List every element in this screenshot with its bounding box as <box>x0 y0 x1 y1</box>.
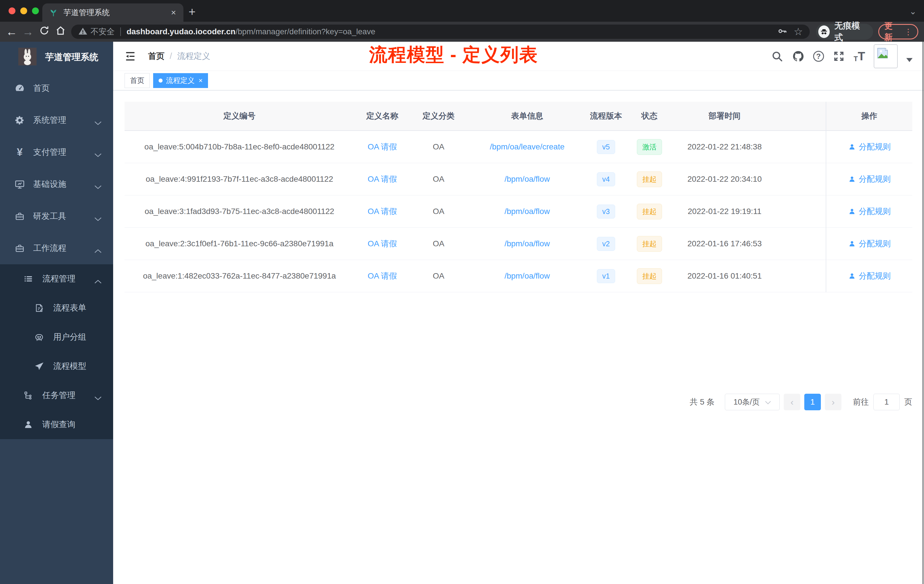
github-icon[interactable] <box>792 50 805 63</box>
toolbox-icon <box>14 243 25 254</box>
goto-page-input[interactable] <box>873 394 900 410</box>
sidebar-item-leave-query[interactable]: 请假查询 <box>0 410 113 439</box>
bookmark-star-icon[interactable]: ☆ <box>794 26 803 38</box>
form-link[interactable]: /bpm/oa/flow <box>505 239 550 248</box>
sidebar-collapse-icon[interactable] <box>124 50 137 63</box>
sidebar-item-process-form[interactable]: 流程表单 <box>0 294 113 323</box>
sidebar: 芋道管理系统 首页 系统管理 ¥ 支付管理 <box>0 42 113 584</box>
definition-table: 定义编号 定义名称 定义分类 表单信息 流程版本 状态 部署时间 操作 oa_l… <box>125 102 912 292</box>
sidebar-item-task-manage[interactable]: 任务管理 <box>0 381 113 410</box>
next-page-button[interactable]: › <box>825 394 842 410</box>
sidebar-item-payment[interactable]: ¥ 支付管理 <box>0 136 113 168</box>
active-dot-icon <box>158 79 163 82</box>
security-label[interactable]: 不安全 <box>91 26 115 37</box>
user-icon <box>23 419 34 430</box>
incognito-label: 无痕模式 <box>834 20 866 43</box>
version-badge: v4 <box>597 172 615 186</box>
update-label[interactable]: 更新 <box>884 20 899 43</box>
sidebar-item-label: 系统管理 <box>33 115 66 126</box>
search-icon[interactable] <box>771 50 784 63</box>
sidebar-item-process-model[interactable]: 流程模型 <box>0 352 113 381</box>
definition-name-link[interactable]: OA 请假 <box>368 142 397 152</box>
workflow-submenu: 流程管理 流程表单 用户分组 <box>0 264 113 439</box>
assign-rule-link[interactable]: 分配规则 <box>848 271 891 281</box>
cell-category: OA <box>410 131 467 163</box>
cell-category: OA <box>410 163 467 195</box>
sidebar-item-label: 流程管理 <box>42 273 76 285</box>
help-icon[interactable]: ? <box>813 51 824 62</box>
tab-search-chevron-icon[interactable]: ⌄ <box>909 6 917 16</box>
goto-label: 前往 <box>853 397 869 407</box>
form-edit-icon <box>34 303 45 313</box>
tab-close-icon[interactable]: × <box>169 8 178 17</box>
status-badge: 挂起 <box>637 204 662 219</box>
tab-strip: 芋道管理系统 × + ⌄ <box>0 0 924 22</box>
version-badge: v3 <box>597 205 615 219</box>
sidebar-item-infrastructure[interactable]: 基础设施 <box>0 168 113 200</box>
home-button[interactable] <box>53 25 69 39</box>
minimize-window-button[interactable] <box>20 7 27 14</box>
page-1-button[interactable]: 1 <box>804 394 821 410</box>
sidebar-item-user-group[interactable]: 用户分组 <box>0 323 113 352</box>
assign-rule-link[interactable]: 分配规则 <box>848 174 891 185</box>
sidebar-item-label: 流程模型 <box>53 361 86 372</box>
tag-close-icon[interactable]: × <box>198 77 203 84</box>
column-header: 定义名称 <box>354 102 410 131</box>
assign-rule-link[interactable]: 分配规则 <box>848 238 891 249</box>
browser-menu-dots-icon[interactable]: ⋮ <box>904 27 912 36</box>
forward-button[interactable]: → <box>20 25 36 38</box>
font-size-icon[interactable]: TT <box>854 50 865 62</box>
assign-rule-link[interactable]: 分配规则 <box>848 206 891 217</box>
new-tab-button[interactable]: + <box>188 5 196 19</box>
user-icon <box>848 143 856 151</box>
fullscreen-icon[interactable] <box>833 50 845 63</box>
sidebar-item-process-manage[interactable]: 流程管理 <box>0 264 113 294</box>
column-header: 流程版本 <box>587 102 625 131</box>
address-bar[interactable]: 不安全 dashboard.yudao.iocoder.cn/bpm/manag… <box>71 25 810 39</box>
cell-filler <box>775 163 826 195</box>
sidebar-item-label: 用户分组 <box>53 332 86 343</box>
broken-image-icon <box>876 46 889 60</box>
avatar-dropdown-caret-icon[interactable] <box>906 58 912 62</box>
definition-name-link[interactable]: OA 请假 <box>368 174 397 185</box>
definition-name-link[interactable]: OA 请假 <box>368 206 397 217</box>
browser-tab[interactable]: 芋道管理系统 × <box>42 3 183 22</box>
sidebar-item-workflow[interactable]: 工作流程 <box>0 232 113 264</box>
status-badge: 挂起 <box>637 236 662 252</box>
back-button[interactable]: ← <box>3 25 20 38</box>
definition-name-link[interactable]: OA 请假 <box>368 271 397 281</box>
breadcrumb-home[interactable]: 首页 <box>148 51 165 62</box>
form-link[interactable]: /bpm/oa/flow <box>505 207 550 216</box>
cell-category: OA <box>410 228 467 260</box>
sidebar-item-home[interactable]: 首页 <box>0 72 113 104</box>
cell-filler <box>775 260 826 292</box>
paper-plane-icon <box>34 361 45 372</box>
tag-home[interactable]: 首页 <box>125 73 150 88</box>
sidebar-item-system[interactable]: 系统管理 <box>0 104 113 136</box>
content-pane: 首页 / 流程定义 流程模型 - 定义列表 ? TT <box>113 42 924 584</box>
url-text[interactable]: dashboard.yudao.iocoder.cn/bpm/manager/d… <box>127 27 773 36</box>
page-size-select[interactable]: 10条/页 <box>725 394 780 410</box>
reload-button[interactable] <box>36 25 52 39</box>
prev-page-button[interactable]: ‹ <box>784 394 800 410</box>
gear-icon <box>14 115 25 126</box>
avatar[interactable] <box>874 44 898 68</box>
assign-rule-link[interactable]: 分配规则 <box>848 142 891 152</box>
form-link[interactable]: /bpm/oa/flow <box>505 175 550 184</box>
form-link[interactable]: /bpm/oa/flow <box>505 271 550 280</box>
zoom-window-button[interactable] <box>32 7 39 14</box>
tag-process-definition[interactable]: 流程定义 × <box>153 73 208 88</box>
breadcrumb-separator: / <box>170 51 172 61</box>
password-key-icon[interactable] <box>777 26 787 38</box>
close-window-button[interactable] <box>8 7 15 14</box>
column-header: 操作 <box>826 102 912 131</box>
sidebar-item-label: 首页 <box>33 82 50 94</box>
yen-icon: ¥ <box>14 147 25 158</box>
browser-update-chip[interactable]: 更新 ⋮ <box>878 24 918 40</box>
dashboard-icon <box>14 83 25 94</box>
favicon-plant-icon <box>48 7 59 18</box>
sidebar-item-devtools[interactable]: 研发工具 <box>0 200 113 232</box>
definition-name-link[interactable]: OA 请假 <box>368 238 397 249</box>
breadcrumb: 首页 / 流程定义 <box>148 51 210 62</box>
form-link[interactable]: /bpm/oa/leave/create <box>490 142 564 152</box>
